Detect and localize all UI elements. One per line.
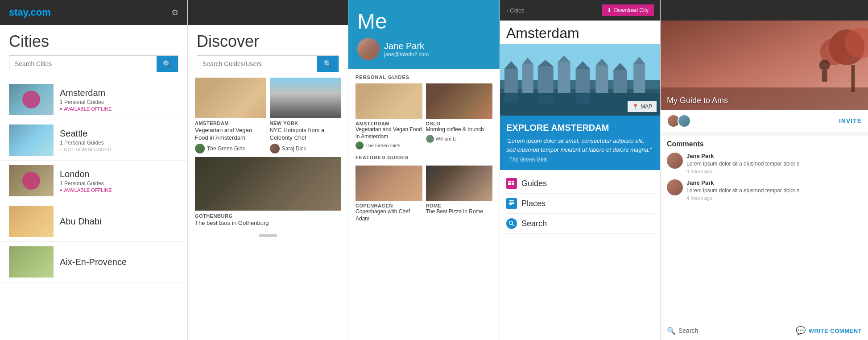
fg-rome-city: ROME bbox=[426, 203, 493, 208]
personal-guide-oslo[interactable]: OSLO Morning coffee & brunch William Li bbox=[426, 83, 493, 149]
city-info-london: London 1 Personal Guides AVAILABLE OFFLI… bbox=[60, 169, 112, 193]
cities-search-input[interactable] bbox=[9, 56, 157, 72]
search-action[interactable]: 🔍 Search bbox=[667, 327, 698, 335]
city-thumb-london bbox=[9, 165, 54, 196]
gothenburg-guide-city: GOTHENBURG bbox=[195, 213, 341, 219]
comment-author-name-2: Jane Park bbox=[686, 179, 862, 186]
pg-amsterdam-img bbox=[355, 83, 422, 119]
city-status-seattle: NOT DOWNLOADED bbox=[60, 147, 112, 152]
newyork-guide-author-row: Saraj Dick bbox=[270, 144, 341, 153]
city-item-amsterdam[interactable]: Amsterdam 1 Personal Guides AVAILABLE OF… bbox=[0, 79, 187, 120]
city-name-seattle: Seattle bbox=[60, 129, 112, 139]
city-item-london[interactable]: London 1 Personal Guides AVAILABLE OFFLI… bbox=[0, 161, 187, 201]
cities-search-box: 🔍 bbox=[9, 55, 178, 72]
cities-search-button[interactable]: 🔍 bbox=[157, 56, 178, 72]
svg-rect-27 bbox=[509, 200, 514, 201]
discover-top-bar bbox=[188, 0, 348, 25]
svg-rect-7 bbox=[538, 66, 554, 93]
featured-guides-label: FEATURED GUIDES bbox=[348, 149, 500, 164]
fg-copenhagen-city: COPENHAGEN bbox=[355, 203, 422, 208]
personal-guide-amsterdam[interactable]: AMSTERDAM Vegetarian and Vegan Food in A… bbox=[355, 83, 422, 149]
svg-rect-28 bbox=[509, 202, 514, 203]
city-item-aix[interactable]: Aix-En-Provence bbox=[0, 242, 187, 282]
app-logo: stay.com bbox=[9, 7, 51, 18]
discover-guide-newyork[interactable]: NEW YORK NYC Hotspots from a Celebrity C… bbox=[270, 78, 341, 153]
download-btn-label: Download City bbox=[614, 7, 649, 13]
gear-icon[interactable]: ⚙ bbox=[171, 8, 178, 17]
discover-scroll-indicator bbox=[259, 234, 277, 237]
newyork-guide-city: NEW YORK bbox=[270, 120, 341, 126]
svg-point-31 bbox=[509, 221, 513, 225]
discover-search-input[interactable] bbox=[197, 56, 317, 72]
invite-avatar-2 bbox=[678, 114, 691, 128]
search-action-label: Search bbox=[678, 327, 698, 334]
city-thumb-amsterdam bbox=[9, 84, 54, 115]
pg-oslo-author-name: William Li bbox=[436, 136, 457, 141]
city-status-london: AVAILABLE OFFLINE bbox=[60, 187, 112, 193]
city-guides-london: 1 Personal Guides bbox=[60, 180, 112, 187]
explore-author: - The Green Girls bbox=[506, 157, 654, 163]
featured-guide-rome[interactable]: ROME The Best Pizza in Rome bbox=[426, 166, 493, 222]
me-title: Me bbox=[357, 9, 491, 33]
download-city-button[interactable]: ⬇ Download City bbox=[602, 4, 654, 16]
pg-oslo-author-row: William Li bbox=[426, 135, 493, 143]
user-row: Jane Park jane@toledo2.com bbox=[357, 38, 491, 60]
svg-rect-22 bbox=[576, 94, 590, 104]
myguide-title-overlay: My Guide to Ams bbox=[667, 96, 728, 105]
pg-amsterdam-city: AMSTERDAM bbox=[355, 121, 422, 126]
newyork-author-avatar bbox=[270, 144, 280, 153]
personal-guides-grid: AMSTERDAM Vegetarian and Vegan Food in A… bbox=[348, 83, 500, 149]
cities-top-bar: stay.com ⚙ bbox=[0, 0, 187, 25]
map-pin-icon: 📍 bbox=[632, 104, 639, 110]
amsterdam-nav-guides[interactable]: Guides bbox=[506, 174, 654, 194]
city-item-abudhabi[interactable]: Abu Dhabi bbox=[0, 201, 187, 242]
write-comment-button[interactable]: 💬 WRITE COMMENT bbox=[796, 326, 862, 336]
panel-amsterdam: ‹ Cities ⬇ Download City Amsterdam bbox=[500, 0, 660, 340]
newyork-guide-img bbox=[270, 78, 341, 118]
city-status-amsterdam: AVAILABLE OFFLINE bbox=[60, 106, 112, 112]
svg-rect-21 bbox=[538, 95, 554, 104]
pg-oslo-author-avatar bbox=[426, 135, 434, 143]
svg-rect-25 bbox=[512, 181, 514, 182]
invite-button[interactable]: INVITE bbox=[839, 117, 862, 124]
amsterdam-hero-image: 📍 MAP bbox=[500, 44, 660, 116]
map-button[interactable]: 📍 MAP bbox=[628, 101, 657, 112]
amsterdam-city-title: Amsterdam bbox=[500, 21, 660, 44]
pg-amsterdam-desc: Vegetarian and Vegan Food in Amsterdam bbox=[355, 126, 422, 140]
comments-title: Comments bbox=[667, 140, 862, 148]
user-avatar-img bbox=[357, 38, 380, 60]
amsterdam-nav-search[interactable]: Search bbox=[506, 214, 654, 234]
panel-me: Me Jane Park jane@toledo2.com PERSONAL G… bbox=[348, 0, 500, 340]
svg-rect-5 bbox=[522, 64, 533, 93]
guides-icon-svg bbox=[508, 181, 515, 186]
myguide-header bbox=[661, 0, 868, 21]
amsterdam-guide-city: AMSTERDAM bbox=[195, 120, 266, 126]
back-to-cities-link[interactable]: ‹ Cities bbox=[506, 7, 525, 14]
svg-rect-29 bbox=[509, 203, 514, 204]
search-nav-icon bbox=[506, 218, 517, 229]
svg-rect-24 bbox=[508, 183, 511, 185]
comment-time-2: 4 hours ago bbox=[686, 195, 862, 201]
discover-search-button[interactable]: 🔍 bbox=[317, 56, 339, 72]
personal-guides-label: PERSONAL GUIDES bbox=[348, 69, 500, 83]
comment-bubble-icon: 💬 bbox=[796, 326, 806, 336]
amsterdam-nav-places[interactable]: Places bbox=[506, 194, 654, 214]
explore-quote: "Lorem ipsum dolor sit amet, consectetur… bbox=[506, 137, 654, 154]
pg-oslo-img bbox=[426, 83, 493, 119]
city-item-seattle[interactable]: Seattle 1 Personal Guides NOT DOWNLOADED bbox=[0, 120, 187, 161]
write-comment-label: WRITE COMMENT bbox=[809, 328, 862, 334]
fg-rome-desc: The Best Pizza in Rome bbox=[426, 208, 493, 216]
discover-guide-gothenburg[interactable]: GOTHENBURG The best bars in Gothenburg bbox=[195, 157, 341, 229]
fg-copenhagen-desc: Copenhagen with Chef Adam bbox=[355, 208, 422, 222]
panel-myguide: My Guide to Ams INVITE Comments Jane Par… bbox=[660, 0, 868, 340]
amsterdam-author-avatar bbox=[195, 144, 205, 153]
panel-cities: stay.com ⚙ Cities 🔍 Amsterdam 1 Personal… bbox=[0, 0, 187, 340]
myguide-hero: My Guide to Ams bbox=[661, 21, 868, 110]
city-info-abudhabi: Abu Dhabi bbox=[60, 216, 101, 227]
pg-amsterdam-author-row: The Green Girls bbox=[355, 141, 422, 149]
discover-guide-amsterdam[interactable]: AMSTERDAM Vegetarian and Vegan Food in A… bbox=[195, 78, 266, 153]
pg-oslo-city: OSLO bbox=[426, 121, 493, 126]
featured-guide-copenhagen[interactable]: COPENHAGEN Copenhagen with Chef Adam bbox=[355, 166, 422, 222]
gothenburg-guide-img bbox=[195, 157, 341, 211]
svg-rect-23 bbox=[508, 181, 511, 182]
